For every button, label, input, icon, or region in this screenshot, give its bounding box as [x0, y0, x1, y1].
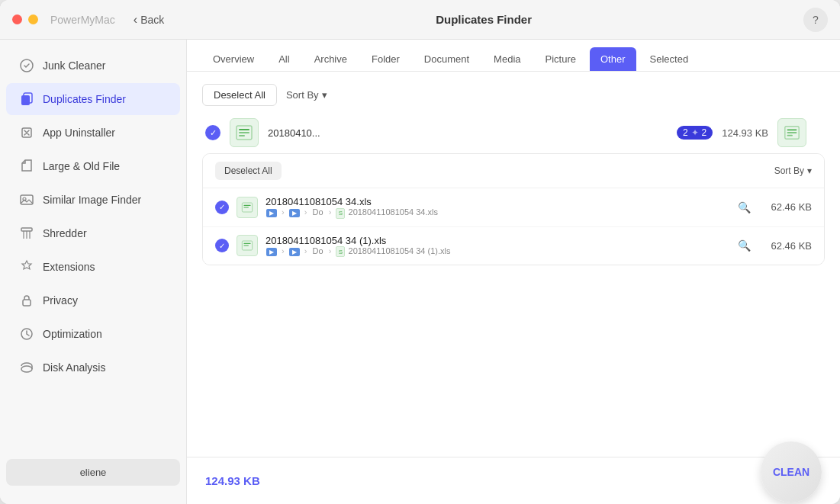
file-row-path-2: ▶ › ▶ › Do › S 20180411081054 34 (1).xls [266, 246, 730, 258]
count-right: 2 [702, 127, 707, 138]
group-file-name: 20180410... [268, 127, 668, 139]
file-row-name-2: 20180411081054 34 (1).xls [266, 235, 730, 246]
tab-overview[interactable]: Overview [202, 47, 265, 71]
back-chevron-icon: ‹ [134, 13, 137, 27]
group-checkbox[interactable]: ✓ [205, 125, 220, 140]
sidebar-label-duplicates-finder: Duplicates Finder [43, 93, 126, 105]
svg-rect-13 [239, 135, 245, 136]
sidebar-label-similar-image-finder: Similar Image Finder [43, 194, 141, 206]
close-button[interactable] [12, 14, 22, 24]
bottom-bar: 124.93 KB CLEAN [187, 457, 840, 504]
sort-by-label: Sort By [286, 89, 319, 101]
path-filename-1: 20180411081054 34.xls [349, 207, 438, 217]
search-icon-1[interactable]: 🔍 [738, 201, 751, 213]
path-filename-2: 20180411081054 34 (1).xls [349, 246, 451, 255]
table-row: ✓ 20180411081054 34 (1).xls ▶ › ▶ › D [203, 227, 824, 265]
file-row-path-1: ▶ › ▶ › Do › S 20180411081054 34.xls [266, 207, 730, 219]
sidebar-item-duplicates-finder[interactable]: Duplicates Finder [6, 83, 180, 115]
svg-rect-11 [239, 129, 249, 130]
svg-rect-17 [787, 135, 793, 136]
tab-document[interactable]: Document [414, 47, 480, 71]
tab-media[interactable]: Media [483, 47, 531, 71]
inner-deselect-all-button[interactable]: Deselect All [215, 162, 282, 180]
path-folder-icon-2: ▶ [289, 209, 300, 217]
svg-rect-15 [787, 129, 797, 130]
file-row-details-2: 20180411081054 34 (1).xls ▶ › ▶ › Do › S… [266, 235, 730, 258]
path-separator-5: › [304, 246, 307, 255]
sidebar-label-disk-analysis: Disk Analysis [43, 361, 105, 374]
svg-rect-7 [23, 300, 31, 306]
inner-action-bar: Deselect All Sort By ▾ [203, 154, 824, 188]
tab-picture[interactable]: Picture [535, 47, 587, 71]
titlebar: PowerMyMac ‹ Back Duplicates Finder ? [0, 0, 840, 40]
sidebar-item-disk-analysis[interactable]: Disk Analysis [6, 352, 180, 384]
back-label: Back [140, 14, 164, 26]
row-size-2: 62.46 KB [758, 240, 812, 252]
svg-rect-12 [239, 132, 249, 133]
sort-chevron-icon: ▾ [322, 89, 327, 101]
top-action-bar: Deselect All Sort By ▾ [202, 84, 825, 106]
tab-all[interactable]: All [268, 47, 300, 71]
row-file-icon-2 [237, 235, 258, 256]
tab-selected[interactable]: Selected [639, 47, 700, 71]
tab-folder[interactable]: Folder [361, 47, 410, 71]
count-divider-icon: ✦ [691, 127, 699, 138]
search-icon-2[interactable]: 🔍 [738, 239, 751, 252]
path-separator-4: › [282, 246, 285, 255]
tab-other[interactable]: Other [590, 47, 636, 71]
row-size-1: 62.46 KB [758, 201, 812, 213]
duplicates-finder-icon [18, 91, 35, 108]
path-folder-icon-4: ▶ [289, 248, 300, 256]
path-separator-1: › [282, 207, 285, 217]
count-left: 2 [683, 127, 688, 138]
svg-rect-22 [243, 243, 250, 244]
tab-archive[interactable]: Archive [304, 47, 358, 71]
svg-rect-16 [787, 132, 797, 133]
sidebar-footer: eliene [0, 450, 186, 495]
sidebar-item-shredder[interactable]: Shredder [6, 217, 180, 249]
main-layout: Junk Cleaner Duplicates Finder App Unins… [0, 40, 840, 504]
sidebar-item-large-old-file[interactable]: Large & Old File [6, 150, 180, 182]
file-thumb-main [230, 118, 259, 147]
top-deselect-all-button[interactable]: Deselect All [202, 84, 277, 106]
group-total-size: 124.93 KB [722, 127, 768, 139]
minimize-button[interactable] [28, 14, 38, 24]
back-button[interactable]: ‹ Back [134, 13, 164, 27]
svg-rect-4 [21, 195, 33, 204]
sidebar-label-privacy: Privacy [43, 294, 78, 307]
sidebar-label-extensions: Extensions [43, 261, 95, 273]
inner-sort-chevron-icon: ▾ [807, 165, 812, 176]
svg-rect-19 [243, 204, 250, 205]
disk-analysis-icon [18, 359, 35, 376]
optimization-icon [18, 326, 35, 342]
traffic-lights [12, 14, 38, 24]
sidebar-label-large-old-file: Large & Old File [43, 160, 120, 172]
sidebar-item-similar-image-finder[interactable]: Similar Image Finder [6, 184, 180, 216]
clean-button[interactable]: CLEAN [761, 441, 822, 502]
inner-sort-by-label: Sort By [774, 165, 804, 176]
sidebar: Junk Cleaner Duplicates Finder App Unins… [0, 40, 187, 504]
path-do-label-2: Do [313, 246, 323, 255]
main-window: PowerMyMac ‹ Back Duplicates Finder ? Ju… [0, 0, 840, 504]
sidebar-item-app-uninstaller[interactable]: App Uninstaller [6, 117, 180, 149]
top-sort-by-button[interactable]: Sort By ▾ [286, 89, 327, 101]
path-separator-6: › [329, 246, 332, 255]
path-separator-3: › [329, 207, 332, 217]
path-folder-icon-3: ▶ [266, 248, 277, 256]
help-button[interactable]: ? [803, 8, 828, 32]
similar-image-finder-icon [18, 191, 35, 208]
sidebar-item-optimization[interactable]: Optimization [6, 318, 180, 350]
row-checkbox-2[interactable]: ✓ [215, 239, 229, 252]
sidebar-item-junk-cleaner[interactable]: Junk Cleaner [6, 50, 180, 82]
sidebar-label-shredder: Shredder [43, 227, 87, 239]
file-row-name-1: 20180411081054 34.xls [266, 196, 730, 207]
inner-sort-by-button[interactable]: Sort By ▾ [774, 165, 812, 176]
svg-rect-20 [243, 207, 249, 207]
sidebar-item-privacy[interactable]: Privacy [6, 284, 180, 316]
extensions-icon [18, 258, 35, 275]
sidebar-label-junk-cleaner: Junk Cleaner [43, 59, 106, 72]
row-checkbox-1[interactable]: ✓ [215, 201, 229, 214]
path-file-icon-1: S [336, 208, 345, 219]
file-group-card: Deselect All Sort By ▾ ✓ 2018041 [202, 153, 825, 265]
sidebar-item-extensions[interactable]: Extensions [6, 251, 180, 283]
